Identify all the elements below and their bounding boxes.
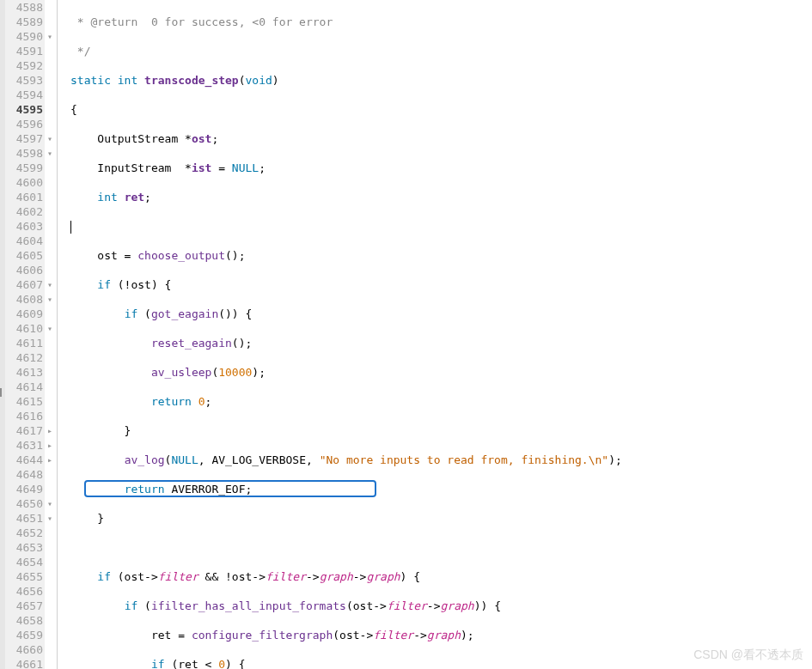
line-number[interactable]: 4649 [14,482,43,496]
line-number[interactable]: 4650 [14,496,43,511]
code-line[interactable]: if (got_eagain()) { [70,307,812,321]
fold-gutter[interactable]: ▾ ▾ ▾ ▾ ▾ ▾ ▸ ▸ ▸ ▾ ▾ [45,0,55,669]
overview-marker [0,388,2,397]
line-number[interactable]: 4613 [14,365,43,380]
text-cursor [70,221,71,234]
fold-open-icon[interactable]: ▾ [47,146,52,161]
code-line[interactable]: if (ifilter_has_all_input_formats(ost->f… [70,599,812,613]
code-line[interactable]: * @return 0 for success, <0 for error [70,15,812,29]
code-line[interactable]: */ [70,44,812,58]
line-number[interactable]: 4657 [14,599,43,613]
line-number[interactable]: 4589 [14,15,43,29]
line-number[interactable]: 4594 [14,88,43,102]
code-line[interactable]: return 0; [70,394,812,409]
line-number[interactable]: 4661 [14,657,43,669]
line-number[interactable]: 4648 [14,467,43,482]
fold-closed-icon[interactable]: ▸ [47,423,52,438]
line-number[interactable]: 4659 [14,628,43,642]
line-number[interactable]: 4653 [14,540,43,555]
line-number[interactable]: 4612 [14,350,43,365]
code-line[interactable]: } [70,511,812,526]
fold-closed-icon[interactable]: ▸ [47,453,52,467]
fold-open-icon[interactable]: ▾ [47,321,52,336]
fold-open-icon[interactable]: ▾ [47,29,52,44]
line-number[interactable]: 4656 [14,584,43,599]
fold-open-icon[interactable]: ▾ [47,511,52,526]
code-line[interactable]: { [70,102,812,117]
line-number[interactable]: 4591 [14,44,43,58]
line-number[interactable]: 4604 [14,234,43,248]
line-number[interactable]: 4655 [14,569,43,584]
line-number[interactable]: 4596 [14,117,43,131]
line-number[interactable]: 4616 [14,409,43,423]
line-number[interactable]: 4609 [14,307,43,321]
line-number[interactable]: 4605 [14,248,43,263]
line-number[interactable]: 4611 [14,336,43,350]
line-number[interactable]: 4603 [14,219,43,234]
line-number[interactable]: 4606 [14,263,43,277]
code-line[interactable]: if (ost->filter && !ost->filter->graph->… [70,569,812,584]
code-line[interactable]: reset_eagain(); [70,336,812,350]
code-line[interactable]: InputStream *ist = NULL; [70,161,812,175]
line-number[interactable]: 4600 [14,175,43,190]
code-line[interactable]: ret = configure_filtergraph(ost->filter-… [70,628,812,642]
line-number[interactable]: 4601 [14,190,43,204]
code-line[interactable]: static int transcode_step(void) [70,73,812,88]
line-number[interactable]: 4614 [14,380,43,394]
code-line[interactable]: return AVERROR_EOF; [70,482,812,496]
line-number[interactable]: 4651 [14,511,43,526]
fold-open-icon[interactable]: ▾ [47,131,52,146]
line-number-gutter[interactable]: 4588 4589 4590 4591 4592 4593 4594 4595 … [5,0,45,669]
line-number[interactable]: 4590 [14,29,43,44]
line-number[interactable]: 4592 [14,58,43,73]
line-number[interactable]: 4593 [14,73,43,88]
line-number[interactable]: 4602 [14,204,43,219]
line-number[interactable]: 4598 [14,146,43,161]
line-number[interactable]: 4610 [14,321,43,336]
code-line[interactable]: int ret; [70,190,812,204]
watermark: CSDN @看不透本质 [693,648,803,662]
code-line[interactable]: if (!ost) { [70,277,812,292]
line-number[interactable]: 4617 [14,423,43,438]
indent-guide [55,0,70,669]
line-number[interactable]: 4658 [14,613,43,628]
line-number[interactable]: 4660 [14,642,43,657]
line-number[interactable]: 4615 [14,394,43,409]
line-number[interactable]: 4644 [14,453,43,467]
line-number[interactable]: 4607 [14,277,43,292]
line-number[interactable]: 4654 [14,555,43,569]
code-line[interactable]: av_usleep(10000); [70,365,812,380]
code-line-current[interactable] [70,219,812,234]
line-number[interactable]: 4631 [14,438,43,453]
line-number-current[interactable]: 4595 [14,102,43,117]
fold-open-icon[interactable]: ▾ [47,277,52,292]
line-number[interactable]: 4652 [14,526,43,540]
code-line[interactable]: OutputStream *ost; [70,131,812,146]
code-line[interactable]: ost = choose_output(); [70,248,812,263]
line-number[interactable]: 4599 [14,161,43,175]
line-number[interactable]: 4608 [14,292,43,307]
fold-open-icon[interactable]: ▾ [47,292,52,307]
code-line[interactable] [70,540,812,555]
code-line[interactable]: av_log(NULL, AV_LOG_VERBOSE, "No more in… [70,453,812,467]
code-editor[interactable]: 4588 4589 4590 4591 4592 4593 4594 4595 … [0,0,812,669]
line-number[interactable]: 4588 [14,0,43,15]
fold-open-icon[interactable]: ▾ [47,496,52,511]
code-line[interactable]: } [70,423,812,438]
fold-closed-icon[interactable]: ▸ [47,438,52,453]
line-number[interactable]: 4597 [14,131,43,146]
code-area[interactable]: * @return 0 for success, <0 for error */… [70,0,812,669]
